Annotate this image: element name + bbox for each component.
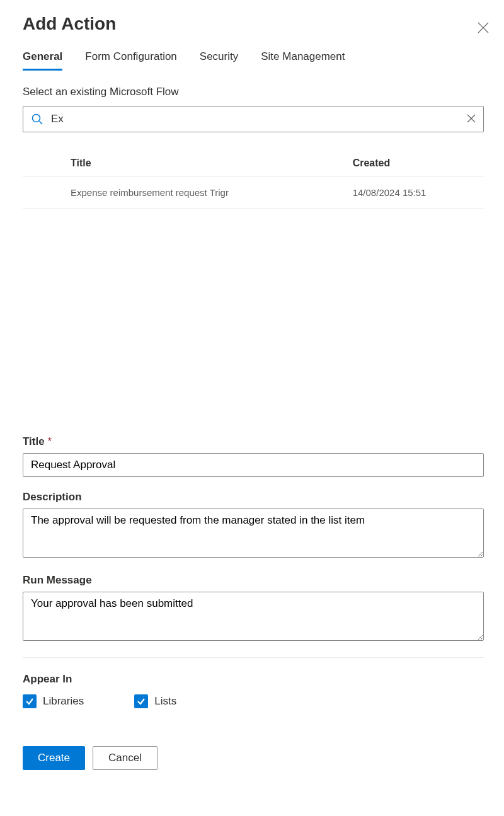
divider — [23, 657, 484, 658]
close-button[interactable] — [474, 19, 493, 38]
description-label: Description — [23, 491, 484, 503]
checkmark-icon — [23, 694, 37, 708]
cell-flow-title: Expense reimbursement request Trigr — [71, 177, 353, 209]
run-message-label: Run Message — [23, 574, 484, 587]
column-title[interactable]: Title — [71, 150, 353, 177]
flow-picker-label: Select an existing Microsoft Flow — [23, 86, 484, 98]
svg-line-1 — [40, 122, 43, 125]
checkbox-libraries[interactable]: Libraries — [23, 694, 84, 708]
required-marker: * — [47, 435, 52, 447]
tab-security[interactable]: Security — [200, 45, 238, 69]
description-textarea[interactable] — [23, 509, 484, 558]
tab-general[interactable]: General — [23, 45, 62, 69]
page-title: Add Action — [23, 14, 484, 34]
close-icon — [478, 22, 489, 35]
checkmark-icon — [134, 694, 148, 708]
title-label: Title * — [23, 435, 484, 448]
search-icon — [31, 113, 43, 125]
close-icon — [467, 114, 476, 125]
checkbox-label: Lists — [154, 695, 176, 708]
title-input[interactable] — [23, 453, 484, 477]
checkbox-lists[interactable]: Lists — [134, 694, 176, 708]
cancel-button[interactable]: Cancel — [93, 746, 158, 770]
flow-search-box[interactable] — [23, 106, 484, 132]
tab-site-management[interactable]: Site Management — [261, 45, 345, 69]
appear-in-label: Appear In — [23, 673, 484, 686]
cell-flow-created: 14/08/2024 15:51 — [353, 177, 484, 209]
column-spacer — [23, 150, 71, 177]
tab-form-configuration[interactable]: Form Configuration — [85, 45, 177, 69]
column-created[interactable]: Created — [353, 150, 484, 177]
run-message-textarea[interactable] — [23, 592, 484, 641]
table-row[interactable]: Expense reimbursement request Trigr 14/0… — [23, 177, 484, 209]
checkbox-label: Libraries — [43, 695, 84, 708]
svg-point-0 — [33, 115, 40, 122]
flow-results-table: Title Created Expense reimbursement requ… — [23, 150, 484, 209]
create-button[interactable]: Create — [23, 746, 85, 770]
clear-search-button[interactable] — [464, 112, 478, 127]
flow-search-input[interactable] — [50, 112, 464, 126]
tab-bar: General Form Configuration Security Site… — [23, 45, 484, 69]
